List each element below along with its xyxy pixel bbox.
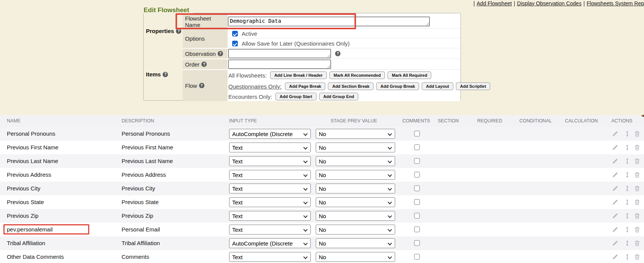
order-row: [228, 59, 460, 70]
help-icon[interactable]: ?: [201, 62, 207, 67]
stage-prev-value-select[interactable]: No: [316, 129, 395, 139]
help-icon[interactable]: ?: [218, 51, 223, 56]
table-row: Previous First Name Previous First Name …: [0, 141, 644, 154]
edit-pencil-icon[interactable]: [612, 226, 619, 233]
comments-checkbox[interactable]: [414, 131, 420, 136]
help-icon[interactable]: ?: [335, 51, 340, 56]
comments-checkbox[interactable]: [414, 227, 420, 232]
encounters-only-label: Encounters Only:: [228, 93, 272, 100]
input-type-select[interactable]: Text: [229, 184, 311, 193]
edit-pencil-icon[interactable]: [612, 171, 619, 178]
stage-prev-value-select[interactable]: No: [316, 211, 395, 221]
questionnaires-only-buttons: Add Page BreakAdd Section BreakAdd Group…: [285, 82, 490, 90]
help-icon[interactable]: ?: [163, 72, 168, 77]
edit-pencil-icon[interactable]: [612, 253, 619, 260]
flow-action-button[interactable]: Add Group Break: [376, 82, 419, 90]
display-observation-codes-link[interactable]: Display Observation Codes: [517, 0, 582, 6]
stage-prev-value-select[interactable]: No: [316, 238, 395, 248]
comments-checkbox[interactable]: [414, 172, 420, 177]
delete-trash-icon[interactable]: [634, 144, 641, 151]
flowsheet-name-label: Flowsheet Name: [183, 15, 228, 29]
flow-action-button[interactable]: Add Scriptlet: [456, 82, 490, 90]
input-type-select[interactable]: Text: [229, 143, 311, 152]
comments-checkbox[interactable]: [414, 240, 420, 246]
order-input[interactable]: [228, 60, 331, 69]
delete-trash-icon[interactable]: [634, 253, 641, 260]
input-type-select[interactable]: Text: [229, 156, 311, 166]
page-title: Edit Flowsheet: [144, 7, 193, 13]
delete-trash-icon[interactable]: [634, 212, 641, 219]
comments-checkbox[interactable]: [414, 144, 420, 150]
flow-action-button[interactable]: Add Group Start: [275, 93, 316, 100]
comments-checkbox[interactable]: [414, 158, 420, 164]
edit-pencil-icon[interactable]: [612, 144, 619, 151]
nav-separator: |: [514, 0, 515, 6]
item-name: Tribal Affiliation: [7, 236, 45, 250]
column-header-section: SECTION: [438, 115, 459, 127]
form-outer-column: Properties ? Items ?: [144, 13, 183, 100]
edit-pencil-icon[interactable]: [612, 185, 619, 192]
reorder-updown-icon[interactable]: [624, 171, 631, 178]
flow-action-button[interactable]: Mark All Required: [388, 71, 431, 79]
reorder-updown-icon[interactable]: [624, 185, 631, 192]
comments-checkbox[interactable]: [414, 213, 420, 219]
reorder-updown-icon[interactable]: [624, 144, 631, 151]
comments-checkbox[interactable]: [414, 199, 420, 205]
input-type-select[interactable]: Text: [229, 252, 311, 262]
flow-action-button[interactable]: Add Group End: [319, 93, 358, 100]
stage-prev-value-select[interactable]: No: [316, 156, 395, 166]
stage-prev-value-select[interactable]: No: [316, 197, 395, 207]
comments-checkbox[interactable]: [414, 185, 420, 191]
help-icon[interactable]: ?: [199, 83, 204, 88]
add-flowsheet-link[interactable]: Add Flowsheet: [477, 0, 512, 6]
chevron-down-icon: [303, 214, 307, 218]
input-type-select[interactable]: AutoComplete (Discrete List): [229, 238, 311, 248]
flow-action-button[interactable]: Add Page Break: [285, 82, 325, 90]
delete-trash-icon[interactable]: [634, 158, 641, 165]
edit-pencil-icon[interactable]: [612, 240, 619, 247]
flow-label: Flow ?: [183, 70, 228, 101]
reorder-updown-icon[interactable]: [624, 130, 631, 137]
delete-trash-icon[interactable]: [634, 199, 641, 206]
stage-prev-value-select[interactable]: No: [316, 225, 395, 234]
stage-prev-value-select[interactable]: No: [316, 143, 395, 152]
active-checkbox[interactable]: [232, 31, 238, 36]
comments-checkbox[interactable]: [414, 254, 420, 260]
reorder-updown-icon[interactable]: [624, 226, 631, 233]
reorder-updown-icon[interactable]: [624, 240, 631, 247]
reorder-updown-icon[interactable]: [624, 253, 631, 260]
edit-pencil-icon[interactable]: [612, 212, 619, 219]
allow-save-later-checkbox[interactable]: [232, 41, 238, 46]
edit-pencil-icon[interactable]: [612, 199, 619, 206]
flow-action-button[interactable]: Add Section Break: [328, 82, 373, 90]
input-type-select[interactable]: Text: [229, 211, 311, 221]
delete-trash-icon[interactable]: [634, 185, 641, 192]
input-type-select[interactable]: Text: [229, 225, 311, 234]
flow-action-button[interactable]: Add Layout: [422, 82, 453, 90]
input-type-select[interactable]: Text: [229, 170, 311, 180]
flowsheet-name-input[interactable]: Demographic Data: [228, 17, 430, 26]
stage-prev-value-select[interactable]: No: [316, 184, 395, 193]
flow-action-button[interactable]: Mark All Recommended: [329, 71, 385, 79]
stage-prev-value-select[interactable]: No: [316, 252, 395, 262]
table-row: Previous Zip Previous Zip Text No: [0, 209, 644, 223]
flowsheets-system-reports-link[interactable]: Flowsheets System Rep: [587, 0, 644, 6]
delete-trash-icon[interactable]: [634, 240, 641, 247]
reorder-updown-icon[interactable]: [624, 158, 631, 165]
help-icon[interactable]: ?: [176, 29, 181, 34]
input-type-select[interactable]: AutoComplete (Discrete List): [229, 129, 311, 139]
edit-pencil-icon[interactable]: [612, 158, 619, 165]
delete-trash-icon[interactable]: [634, 171, 641, 178]
delete-trash-icon[interactable]: [634, 130, 641, 137]
reorder-updown-icon[interactable]: [624, 199, 631, 206]
chevron-down-icon: [303, 227, 307, 231]
observation-input[interactable]: [228, 49, 331, 58]
item-description: Previous First Name: [122, 141, 173, 154]
delete-trash-icon[interactable]: [634, 226, 641, 233]
stage-prev-value-select[interactable]: No: [316, 170, 395, 180]
flow-action-button[interactable]: Add Line Break / Header: [270, 71, 327, 79]
column-header-description: DESCRIPTION: [122, 115, 154, 127]
reorder-updown-icon[interactable]: [624, 212, 631, 219]
input-type-select[interactable]: Text: [229, 197, 311, 207]
edit-pencil-icon[interactable]: [612, 130, 619, 137]
